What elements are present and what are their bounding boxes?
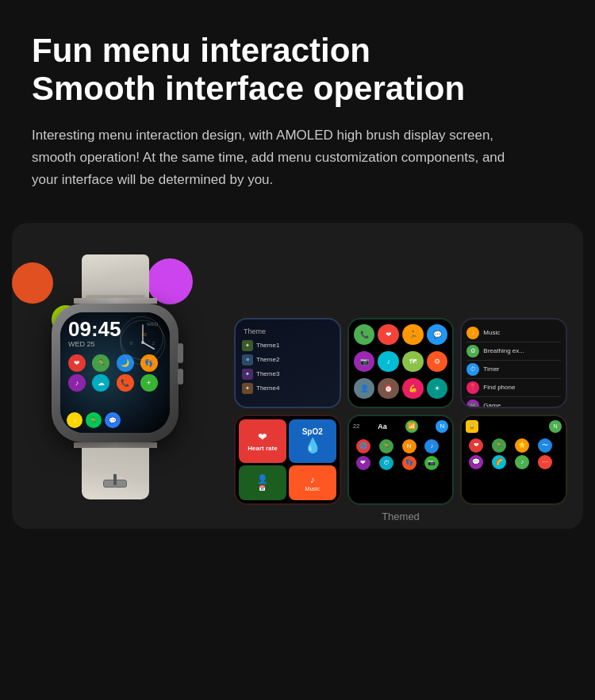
heart-rate-widget: ❤ Heart rate [239, 419, 286, 464]
music-widget: ♪ Music [289, 465, 336, 500]
mini-app2-heart: ❤ [469, 438, 483, 453]
screens-grid: Theme ✦ Theme1 ≡ Theme2 ✦ The [234, 318, 567, 505]
date-display: 22 [353, 423, 360, 430]
crown-button-2 [178, 369, 183, 384]
features-list-card: ♪ Music ✿ Breathing ex... ⏱ Timer 📍 [460, 318, 567, 408]
theme-item-4: ✦ Theme4 [239, 381, 336, 396]
watch-display: WED 09:45 WED 25 ❤ 🏃 🌙 👣 ♪ ☁ [28, 254, 218, 476]
app-weather: ☀ [427, 378, 448, 400]
mini-app-step: 👣 [402, 456, 416, 470]
main-title: Fun menu interaction Smooth interface op… [32, 32, 563, 109]
apps-grid-card-2: 🔒 N ❤ 🏃 ⭐ 〜 💬 🌈 ♪ ⋯ [460, 415, 567, 505]
watch-app-music: ♪ [68, 374, 86, 392]
svg-point-3 [141, 341, 144, 344]
themed-label: Themed [382, 511, 420, 522]
theme2-icon: ≡ [242, 354, 253, 365]
crown-button [178, 343, 183, 363]
watch-app-weather: ☁ [92, 374, 109, 392]
feature-section: WED 09:45 WED 25 ❤ 🏃 🌙 👣 ♪ ☁ [12, 223, 583, 529]
smartwatch: WED 09:45 WED 25 ❤ 🏃 🌙 👣 ♪ ☁ [28, 254, 202, 476]
mini-app2-star: ⭐ [515, 438, 529, 453]
spo2-widget: SpO2 💧 [289, 419, 336, 464]
theme-list-card: Theme ✦ Theme1 ≡ Theme2 ✦ The [234, 318, 341, 408]
lock-icon: 🔒 [466, 420, 478, 433]
apps-grid-1: 📞 ❤ 🏃 💬 📷 ♪ 🗺 ⚙ 👤 ⏰ 💪 ☀ [349, 319, 453, 407]
watch-app-run: 🏃 [92, 354, 109, 372]
app-msg: 💬 [427, 324, 448, 346]
theme-item-1: ✦ Theme1 [239, 339, 336, 353]
theme-item-2: ≡ Theme2 [239, 353, 336, 367]
mini-app2-wave: 〜 [538, 438, 552, 453]
app-phone: 📞 [354, 324, 375, 346]
apps-grid-card-1: 📞 ❤ 🏃 💬 📷 ♪ 🗺 ⚙ 👤 ⏰ 💪 ☀ [347, 318, 455, 408]
list-item-game: 🎮 Game [466, 397, 561, 408]
app-run: 🏃 [402, 324, 424, 346]
list-item-breathing: ✿ Breathing ex... [466, 342, 561, 361]
mini-app-globe: 🌐 [356, 439, 370, 453]
music-icon: ♪ [466, 327, 479, 339]
watch-case: WED 09:45 WED 25 ❤ 🏃 🌙 👣 ♪ ☁ [52, 304, 178, 442]
screens-row-2: ❤ Heart rate SpO2 💧 👤 📅 [234, 415, 567, 505]
list-item-findphone: 📍 Find phone [466, 379, 561, 397]
mini-app-nfc: N [402, 439, 416, 453]
svg-text:8: 8 [130, 341, 132, 346]
watch-app-heart: ❤ [68, 354, 86, 372]
list-item-timer: ⏱ Timer [466, 361, 561, 379]
aa-label: Aa [378, 423, 387, 430]
nfc-icon: N [436, 420, 448, 433]
mini-app2-rainbow: 🌈 [492, 455, 506, 469]
screens-row-1: Theme ✦ Theme1 ≡ Theme2 ✦ The [234, 318, 567, 408]
app-sett: ⚙ [427, 351, 448, 373]
breathing-icon: ✿ [466, 345, 479, 358]
bottom-apps-1: 🌐 🏃 N ♪ ❤ ⏱ 👣 📷 [353, 436, 449, 473]
steps-widget: 👤 📅 [239, 465, 286, 500]
nfc-badge: N [549, 420, 562, 433]
app-clock: ⏰ [378, 378, 399, 400]
app-map: 🗺 [402, 351, 424, 373]
app-heart: ❤ [378, 324, 399, 346]
watch-bottom-icon-2: 🏃 [86, 412, 102, 428]
wifi-icon: 📶 [405, 420, 418, 433]
spo2-widgets-card: ❤ Heart rate SpO2 💧 👤 📅 [234, 415, 341, 505]
theme1-icon: ✦ [242, 340, 253, 351]
theme-card-title: Theme [240, 324, 335, 337]
mini-app-run: 🏃 [379, 439, 393, 453]
game-icon: 🎮 [466, 400, 479, 408]
watch-bottom-icon-3: 💬 [105, 412, 121, 428]
app-user: 👤 [354, 378, 375, 400]
watch-menu-card: 22 Aa 📶 N 🌐 🏃 N ♪ ❤ ⏱ 👣 [347, 415, 455, 505]
timer-icon: ⏱ [466, 363, 479, 376]
mini-app2-msg: 💬 [469, 455, 483, 469]
watch-bottom-icon-1: ♪ [67, 412, 83, 428]
description-text: Interesting menu interaction design, wit… [32, 124, 508, 191]
list-card-inner: ♪ Music ✿ Breathing ex... ⏱ Timer 📍 [462, 319, 566, 407]
app-cam: 📷 [354, 351, 375, 373]
list-item-music: ♪ Music [466, 324, 561, 342]
mini-app2-run: 🏃 [492, 438, 506, 453]
mini-app-music2: ♪ [424, 439, 439, 453]
mini-app2-music: ♪ [515, 455, 529, 469]
mini-app-timer: ⏱ [379, 456, 393, 470]
mini-app2-dots: ⋯ [538, 455, 552, 469]
svg-text:10: 10 [141, 332, 147, 337]
watch-screen: WED 09:45 WED 25 ❤ 🏃 🌙 👣 ♪ ☁ [60, 312, 170, 433]
svg-text:2: 2 [152, 341, 155, 346]
findphone-icon: 📍 [466, 381, 479, 394]
mini-app-heart: ❤ [356, 456, 370, 470]
top-section: Fun menu interaction Smooth interface op… [0, 0, 595, 215]
theme-item-3: ✦ Theme3 [239, 367, 336, 381]
mini-app-cam: 📷 [424, 456, 439, 470]
app-fit: 💪 [402, 378, 424, 400]
bottom-apps-2: ❤ 🏃 ⭐ 〜 💬 🌈 ♪ ⋯ [466, 435, 562, 472]
watch-app-more: + [140, 374, 158, 392]
watch-app-call: 📞 [117, 374, 134, 392]
theme3-icon: ✦ [242, 369, 253, 380]
app-music: ♪ [378, 351, 399, 373]
theme4-icon: ✦ [242, 383, 253, 394]
